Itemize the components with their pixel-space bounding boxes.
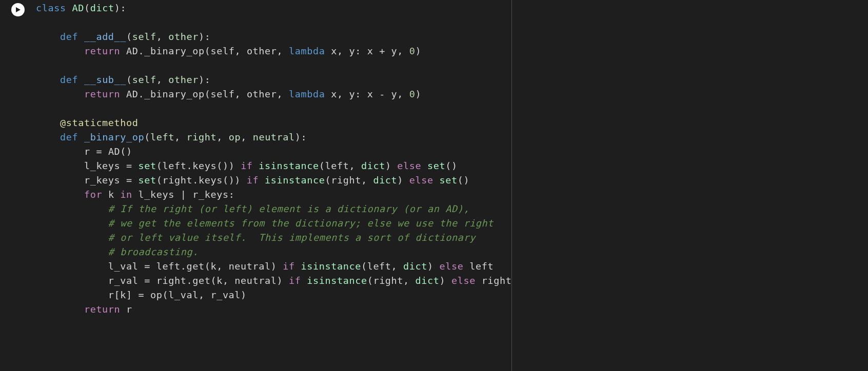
- keyword-return: return: [84, 46, 120, 56]
- play-icon: [15, 7, 21, 13]
- comment: # we get the elements from the dictionar…: [108, 218, 494, 229]
- comment: # broadcasting.: [108, 246, 199, 257]
- notebook-code-cell: class AD(dict): def __add__(self, other)…: [0, 0, 868, 371]
- keyword-class: class: [36, 3, 66, 13]
- method-binary-op: _binary_op: [84, 132, 144, 142]
- cell-gutter: [0, 0, 36, 371]
- output-pane: [512, 0, 868, 371]
- svg-marker-0: [16, 7, 21, 12]
- keyword-lambda: lambda: [289, 46, 325, 56]
- code-editor[interactable]: class AD(dict): def __add__(self, other)…: [36, 0, 512, 371]
- keyword-def: def: [60, 74, 78, 85]
- decorator-staticmethod: @staticmethod: [60, 117, 139, 128]
- keyword-def: def: [60, 132, 78, 142]
- keyword-return: return: [84, 89, 120, 99]
- keyword-return: return: [84, 304, 120, 315]
- keyword-in: in: [120, 189, 132, 200]
- method-add: __add__: [84, 31, 126, 42]
- run-cell-button[interactable]: [11, 3, 25, 16]
- base-class: dict: [90, 3, 114, 13]
- keyword-for: for: [84, 189, 102, 200]
- keyword-lambda: lambda: [289, 89, 325, 99]
- class-name: AD: [72, 3, 84, 13]
- method-sub: __sub__: [84, 74, 126, 85]
- keyword-def: def: [60, 31, 78, 42]
- comment: # If the right (or left) element is a di…: [108, 203, 469, 214]
- comment: # or left value itself. This implements …: [108, 232, 476, 243]
